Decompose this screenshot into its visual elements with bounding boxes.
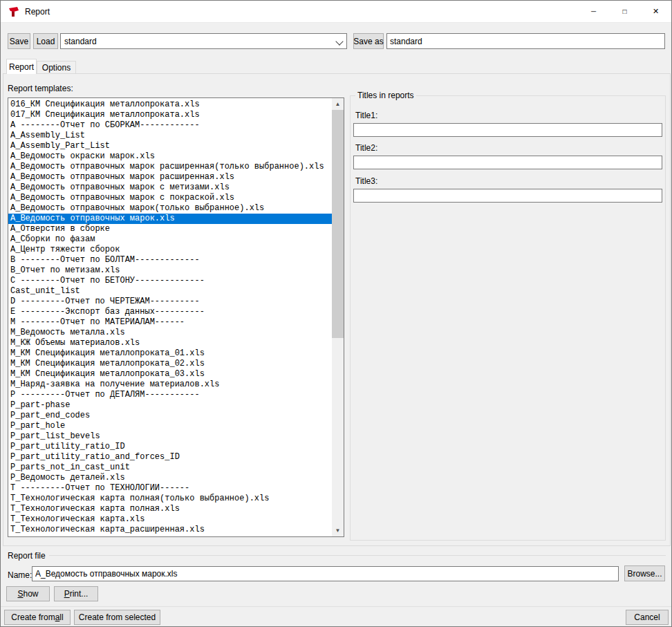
list-item[interactable]: А_Ведомость отправочных марок(только выб…: [8, 203, 332, 214]
scroll-up-icon[interactable]: ▲: [332, 98, 344, 110]
title2-input[interactable]: [353, 156, 662, 169]
list-item[interactable]: А_Центр тяжести сборок: [8, 245, 332, 255]
list-item[interactable]: Т_Технологическая карта_расширенная.xls: [8, 525, 332, 535]
list-item[interactable]: А_Ведомость отправочных марок расширенна…: [8, 162, 332, 172]
create-from-selected-button[interactable]: Create from selected: [74, 610, 160, 625]
preset-combobox[interactable]: standard: [60, 33, 347, 49]
show-button[interactable]: Show: [6, 586, 50, 601]
scroll-down-icon[interactable]: ▼: [332, 525, 344, 536]
window-title: Report: [25, 7, 50, 17]
list-item[interactable]: М_КМ Спецификация металлопроката_02.xls: [8, 359, 332, 369]
print-button[interactable]: Print...: [54, 586, 98, 601]
title3-input[interactable]: [353, 189, 662, 203]
list-item[interactable]: D ---------Отчет по ЧЕРТЕЖАМ----------: [8, 297, 332, 307]
list-item[interactable]: C --------Отчет по БЕТОНУ--------------: [8, 276, 332, 286]
browse-button[interactable]: Browse...: [624, 565, 665, 581]
app-icon: [8, 6, 19, 17]
list-item[interactable]: P_part_end_codes: [8, 411, 332, 421]
scrollbar-thumb[interactable]: [332, 110, 344, 338]
titles-groupbox-label: Titles in reports: [355, 91, 416, 100]
list-item[interactable]: М_Ведомость металла.xls: [8, 328, 332, 338]
list-item[interactable]: М_КМ Спецификация металлопроката_01.xls: [8, 348, 332, 359]
cancel-button[interactable]: Cancel: [626, 610, 669, 625]
minimize-icon[interactable]: ─: [578, 1, 609, 22]
report-file-group-label: Report file: [8, 551, 46, 561]
preset-combobox-value: standard: [61, 37, 334, 46]
list-item[interactable]: B_Отчет по метизам.xls: [8, 265, 332, 276]
list-item[interactable]: М_КМ Спецификация металлопроката_03.xls: [8, 369, 332, 380]
titlebar: Report ─ □ ✕: [1, 1, 671, 23]
chevron-down-icon[interactable]: [334, 34, 346, 48]
list-scrollbar[interactable]: ▲ ▼: [332, 98, 344, 536]
list-item[interactable]: 017_КМ Спецификация металлопроката.xls: [8, 110, 332, 120]
list-item[interactable]: А_Ведомость окраски марок.xls: [8, 151, 332, 162]
report-dialog-window: Report ─ □ ✕ Save Load standard Save as …: [0, 0, 672, 627]
list-item[interactable]: A_Assembly_List: [8, 131, 332, 141]
title1-label: Title1:: [355, 111, 377, 120]
title1-input[interactable]: [353, 123, 662, 137]
list-item[interactable]: Т_Технологическая карта полная.xls: [8, 504, 332, 514]
list-item[interactable]: Т_Технологическая карта.xls: [8, 514, 332, 525]
list-item[interactable]: P_part-phase: [8, 400, 332, 411]
list-item[interactable]: T ---------Отчет по ТЕХНОЛОГИИ------: [8, 483, 332, 494]
name-label: Name:: [8, 570, 32, 580]
list-item[interactable]: M --------Отчет по МАТЕРИАЛАМ------: [8, 317, 332, 328]
list-item[interactable]: P_parts_not_in_cast_unit: [8, 462, 332, 473]
list-item[interactable]: М_КЖ Объемы материалов.xls: [8, 338, 332, 348]
list-item[interactable]: А_Отверстия в сборке: [8, 224, 332, 234]
save-as-input[interactable]: [386, 33, 665, 49]
footer-separator: [1, 606, 671, 607]
report-file-separator: [49, 555, 666, 556]
list-item[interactable]: А_Ведомость отправочных марок с метизами…: [8, 183, 332, 193]
list-item[interactable]: Т_Технологическая карта полная(только вы…: [8, 494, 332, 504]
window-controls: ─ □ ✕: [578, 1, 671, 22]
report-templates-label: Report templates:: [8, 84, 73, 93]
title3-label: Title3:: [355, 176, 377, 186]
list-item[interactable]: E ---------Экспорт баз данных----------: [8, 307, 332, 317]
list-item[interactable]: A --------Отчет по СБОРКАМ------------: [8, 120, 332, 131]
list-item[interactable]: М_Наряд-заявка на получение материалов.x…: [8, 380, 332, 390]
maximize-icon[interactable]: □: [609, 1, 640, 22]
list-item[interactable]: Р_Ведомость деталей.xls: [8, 473, 332, 483]
list-item[interactable]: P_part_hole: [8, 421, 332, 431]
scroll-down-glyph: ▼: [335, 527, 341, 534]
list-item[interactable]: P_part_utility_ratio_and_forces_ID: [8, 452, 332, 462]
minimize-glyph: ─: [591, 8, 596, 15]
list-item[interactable]: 016_КМ Спецификация металлопроката.xls: [8, 100, 332, 110]
close-glyph: ✕: [653, 7, 659, 16]
report-templates-listbox[interactable]: 016_КМ Спецификация металлопроката.xls01…: [8, 97, 344, 537]
save-as-button[interactable]: Save as: [353, 33, 384, 49]
list-item[interactable]: Cast_unit_list: [8, 286, 332, 297]
report-name-input[interactable]: [32, 566, 619, 581]
report-templates-list: 016_КМ Спецификация металлопроката.xls01…: [8, 100, 332, 536]
maximize-glyph: □: [622, 8, 626, 15]
list-item[interactable]: P_part_utility_ratio_ID: [8, 442, 332, 452]
titles-in-reports-groupbox: Titles in reports Title1: Title2: Title3…: [350, 95, 666, 541]
scroll-up-glyph: ▲: [335, 101, 341, 107]
save-button[interactable]: Save: [8, 33, 30, 49]
title2-label: Title2:: [355, 143, 377, 153]
list-item[interactable]: А_Сборки по фазам: [8, 234, 332, 245]
list-item[interactable]: А_Ведомость отправочных марок.xls: [8, 214, 332, 224]
list-item[interactable]: B --------Отчет по БОЛТАМ-------------: [8, 255, 332, 265]
list-item[interactable]: P_part_list_bevels: [8, 431, 332, 442]
create-from-all-button[interactable]: Create from all: [4, 610, 71, 625]
list-item[interactable]: А_Ведомость отправочных марок расширенна…: [8, 172, 332, 183]
list-item[interactable]: А_Ведомость отправочных марок с покраско…: [8, 193, 332, 203]
close-icon[interactable]: ✕: [640, 1, 671, 22]
list-item[interactable]: A_Assembly_Part_List: [8, 141, 332, 151]
tab-options[interactable]: Options: [37, 61, 76, 73]
list-item[interactable]: P ---------Отчет по ДЕТАЛЯМ-----------: [8, 390, 332, 400]
load-button[interactable]: Load: [33, 33, 58, 49]
tab-report[interactable]: Report: [6, 59, 37, 74]
